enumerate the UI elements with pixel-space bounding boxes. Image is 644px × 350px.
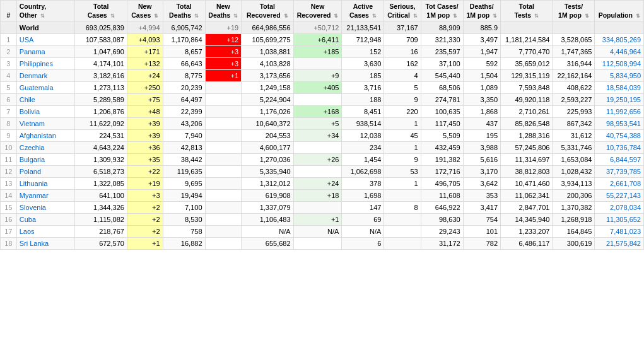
row-population: 21,575,842 [595, 238, 644, 250]
row-population: 11,992,656 [595, 106, 644, 118]
row-active-cases: 6 [342, 238, 384, 250]
row-new-deaths [205, 82, 242, 94]
row-serious: 709 [384, 34, 421, 46]
row-tot-cases-m: 100,635 [421, 106, 463, 118]
table-row: 15 Slovenia 1,344,326 +2 7,100 1,337,079… [1, 202, 644, 214]
row-serious: 9 [384, 94, 421, 106]
row-total-recovered: 1,337,079 [242, 202, 293, 214]
country-link[interactable]: USA [20, 36, 34, 44]
col-header-total-deaths[interactable]: Total Deaths ⇅ [163, 1, 205, 22]
row-total-deaths: 19,494 [163, 190, 205, 202]
country-link[interactable]: Chile [20, 96, 35, 103]
row-total-tests: 1,181,214,584 [501, 34, 553, 46]
row-total-tests: 14,345,940 [501, 214, 553, 226]
col-header-total-cases[interactable]: Total Cases ⇅ [75, 1, 127, 22]
row-total-tests: 7,770,470 [501, 46, 553, 58]
row-new-deaths [205, 142, 242, 154]
row-country: Philippines [16, 58, 75, 70]
row-total-tests: 1,288,316 [501, 130, 553, 142]
country-link[interactable]: Vietnam [20, 120, 45, 127]
row-new-cases: +132 [127, 58, 163, 70]
col-header-tot-cases-m[interactable]: Tot Cases/ 1M pop ⇅ [421, 1, 463, 22]
row-total-cases: 218,767 [75, 226, 127, 238]
row-new-deaths [205, 166, 242, 178]
world-active-cases: 21,133,541 [342, 22, 384, 34]
row-active-cases: 378 [342, 178, 384, 190]
row-deaths-m: 195 [463, 130, 500, 142]
country-link[interactable]: Bolivia [20, 108, 40, 115]
col-header-new-cases[interactable]: New Cases ⇅ [127, 1, 163, 22]
sort-icon-total-cases: ⇅ [110, 13, 115, 20]
row-tests-m: 1,268,918 [553, 214, 595, 226]
col-header-serious[interactable]: Serious, Critical ⇅ [384, 1, 421, 22]
row-total-recovered: 1,106,483 [242, 214, 293, 226]
country-link[interactable]: Sri Lanka [20, 240, 49, 247]
country-link[interactable]: Panama [20, 48, 45, 55]
world-total-cases: 693,025,839 [75, 22, 127, 34]
row-active-cases: 3,630 [342, 58, 384, 70]
row-population: 6,844,597 [595, 154, 644, 166]
row-new-cases: +22 [127, 166, 163, 178]
row-deaths-m: 754 [463, 214, 500, 226]
row-population: 334,805,269 [595, 34, 644, 46]
col-header-population[interactable]: Population ⇅ [595, 1, 644, 22]
table-row: 9 Afghanistan 224,531 +39 7,940 204,553 … [1, 130, 644, 142]
col-header-country[interactable]: Country, Other ⇅ [16, 1, 75, 22]
col-header-num[interactable]: # [1, 1, 17, 22]
world-tot-cases-m: 88,909 [421, 22, 463, 34]
row-new-cases: +3 [127, 190, 163, 202]
row-num: 13 [1, 178, 17, 190]
country-link[interactable]: Bulgaria [20, 156, 45, 163]
table-row: 13 Lithuania 1,322,085 +19 9,695 1,312,0… [1, 178, 644, 190]
row-tests-m: 1,028,432 [553, 166, 595, 178]
row-new-deaths [205, 178, 242, 190]
country-link[interactable]: Cuba [20, 216, 36, 223]
row-new-recovered: +1 [293, 214, 342, 226]
row-population: 10,736,784 [595, 142, 644, 154]
row-deaths-m: 1,947 [463, 46, 500, 58]
row-deaths-m: 3,170 [463, 166, 500, 178]
world-country: World [16, 22, 75, 34]
row-new-deaths [205, 190, 242, 202]
row-deaths-m: 5,616 [463, 154, 500, 166]
row-tests-m: 1,653,084 [553, 154, 595, 166]
col-header-total-tests[interactable]: Total Tests ⇅ [501, 1, 553, 22]
row-population: 2,078,034 [595, 202, 644, 214]
row-total-deaths: 43,206 [163, 118, 205, 130]
country-link[interactable]: Guatemala [20, 84, 54, 91]
country-link[interactable]: Philippines [20, 60, 53, 67]
col-header-deaths-m[interactable]: Deaths/ 1M pop ⇅ [463, 1, 500, 22]
country-link[interactable]: Czechia [20, 144, 45, 151]
row-country: Cuba [16, 214, 75, 226]
row-serious: 162 [384, 58, 421, 70]
country-link[interactable]: Denmark [20, 72, 48, 79]
table-row: 6 Chile 5,289,589 +75 64,497 5,224,904 1… [1, 94, 644, 106]
country-link[interactable]: Afghanistan [20, 132, 56, 139]
row-serious: 45 [384, 130, 421, 142]
col-header-active-cases[interactable]: Active Cases ⇅ [342, 1, 384, 22]
col-header-new-recovered[interactable]: New Recovered ⇅ [293, 1, 342, 22]
row-num: 1 [1, 34, 17, 46]
world-num [1, 22, 17, 34]
row-new-cases: +35 [127, 154, 163, 166]
country-link[interactable]: Poland [20, 168, 41, 175]
row-deaths-m: 1,504 [463, 70, 500, 82]
country-link[interactable]: Slovenia [20, 204, 46, 211]
row-new-deaths [205, 154, 242, 166]
row-total-recovered: 1,038,881 [242, 46, 293, 58]
col-header-total-recovered[interactable]: Total Recovered ⇅ [242, 1, 293, 22]
row-new-cases: +48 [127, 106, 163, 118]
row-country: Afghanistan [16, 130, 75, 142]
row-tot-cases-m: 37,100 [421, 58, 463, 70]
world-new-cases: +4,994 [127, 22, 163, 34]
row-new-recovered: +405 [293, 82, 342, 94]
col-header-new-deaths[interactable]: New Deaths ⇅ [205, 1, 242, 22]
row-new-recovered [293, 166, 342, 178]
row-tot-cases-m: 29,243 [421, 226, 463, 238]
country-link[interactable]: Lithuania [20, 180, 48, 187]
country-link[interactable]: Laos [20, 228, 35, 235]
country-link[interactable]: Myanmar [20, 192, 49, 199]
row-total-recovered: 105,699,275 [242, 34, 293, 46]
row-total-deaths: 7,940 [163, 130, 205, 142]
col-header-tests-m[interactable]: Tests/ 1M pop ⇅ [553, 1, 595, 22]
